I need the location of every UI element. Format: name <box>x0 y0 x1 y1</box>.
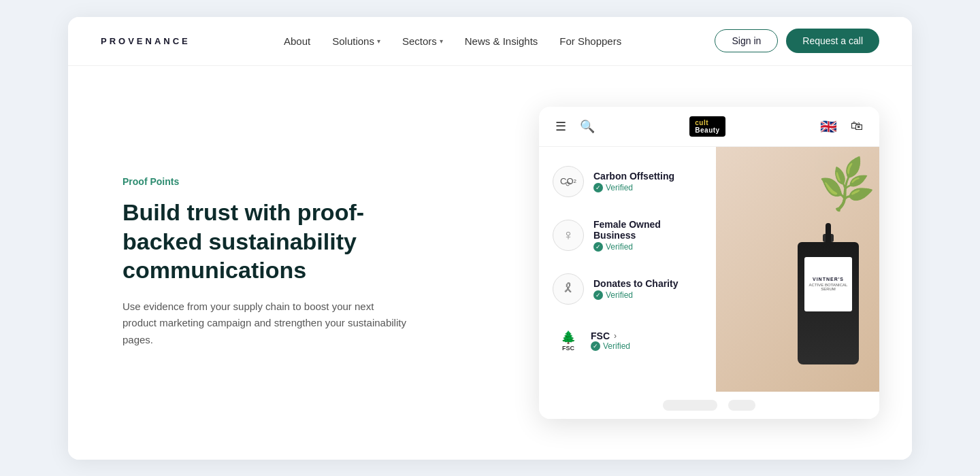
nav-link-sectors[interactable]: Sectors ▾ <box>402 35 443 47</box>
product-name: ACTIVE BOTANICAL SERUM <box>808 283 848 291</box>
mockup-bottom <box>539 392 879 419</box>
flag-icon: 🇬🇧 <box>820 118 837 135</box>
verified-badge-fsc: ✓ Verified <box>591 341 630 351</box>
mockup-topbar-right: 🇬🇧 🛍 <box>820 118 863 135</box>
proof-charity-text: Donates to Charity ✓ Verified <box>593 278 678 300</box>
proof-item-charity: 🎗 Donates to Charity ✓ Verified <box>539 265 716 313</box>
nav-link-solutions[interactable]: Solutions ▾ <box>332 35 380 47</box>
sign-in-button[interactable]: Sign in <box>715 29 778 52</box>
nav-links: About Solutions ▾ Sectors ▾ News & Insig… <box>284 35 621 47</box>
hero-content: Proof Points Build trust with proof-back… <box>122 176 408 349</box>
proof-carbon-text: Carbon Offsetting ✓ Verified <box>593 171 674 192</box>
mockup-content: CO2 ⟳ Carbon Offsetting ✓ Verified <box>539 147 879 392</box>
nav-link-shoppers[interactable]: For Shoppers <box>559 35 621 47</box>
fsc-text: FSC › ✓ Verified <box>591 330 630 351</box>
logo: PROVENANCE <box>101 36 191 46</box>
hero-description: Use evidence from your supply chain to b… <box>122 299 408 349</box>
hero-title: Build trust with proof-backed sustainabi… <box>122 198 408 285</box>
nav-item-sectors[interactable]: Sectors ▾ <box>402 35 443 47</box>
check-icon: ✓ <box>591 341 600 351</box>
proof-item-female: ♀ Female Owned Business ✓ Verified <box>539 211 716 260</box>
proof-item-carbon: CO2 ⟳ Carbon Offsetting ✓ Verified <box>539 158 716 205</box>
proof-item-fsc: 🌲 FSC FSC › ✓ Verified <box>539 318 716 363</box>
nav-link-about[interactable]: About <box>284 35 310 47</box>
chevron-down-icon: ▾ <box>440 37 443 45</box>
cult-beauty-logo: cultBeauty <box>689 116 725 137</box>
check-icon: ✓ <box>593 183 603 192</box>
navigation: PROVENANCE About Solutions ▾ Sectors ▾ <box>68 17 912 66</box>
dropper <box>826 223 831 243</box>
verified-badge-carbon: ✓ Verified <box>593 183 674 192</box>
proof-points-label: Proof Points <box>122 176 408 187</box>
co2-icon: CO2 ⟳ <box>553 166 584 197</box>
verified-badge-female: ✓ Verified <box>593 242 702 252</box>
female-icon: ♀ <box>553 220 584 251</box>
brand-name: VINTNER'S <box>813 277 844 282</box>
leaf-decoration: 🌿 <box>815 153 879 216</box>
proof-panel: CO2 ⟳ Carbon Offsetting ✓ Verified <box>539 147 716 392</box>
fsc-title-row: FSC › <box>591 330 630 341</box>
nav-item-shoppers[interactable]: For Shoppers <box>559 35 621 47</box>
product-area: 🌿 VINTNER'S ACTIVE BOTANICAL SERUM ADD T… <box>716 147 879 392</box>
page-wrapper: PROVENANCE About Solutions ▾ Sectors ▾ <box>68 17 912 460</box>
proof-female-text: Female Owned Business ✓ Verified <box>593 219 702 252</box>
bottom-pill-2 <box>728 400 755 411</box>
check-icon: ✓ <box>593 242 603 252</box>
product-bottle: VINTNER'S ACTIVE BOTANICAL SERUM <box>798 242 859 364</box>
hero-section: Proof Points Build trust with proof-back… <box>68 66 912 460</box>
nav-item-solutions[interactable]: Solutions ▾ <box>332 35 380 47</box>
mockup-topbar: ☰ 🔍 cultBeauty 🇬🇧 🛍 <box>539 107 879 147</box>
nav-link-news[interactable]: News & Insights <box>465 35 538 47</box>
mockup-container: ☰ 🔍 cultBeauty 🇬🇧 🛍 <box>539 107 879 419</box>
verified-badge-charity: ✓ Verified <box>593 290 678 300</box>
chevron-down-icon: ▾ <box>377 37 380 45</box>
bottom-pill-1 <box>663 400 717 411</box>
fsc-arrow-icon[interactable]: › <box>614 331 617 341</box>
request-call-button[interactable]: Request a call <box>786 29 879 53</box>
hero-mockup-area: ☰ 🔍 cultBeauty 🇬🇧 🛍 <box>449 107 879 419</box>
mockup-topbar-left: ☰ 🔍 <box>555 119 595 134</box>
search-icon[interactable]: 🔍 <box>580 119 595 134</box>
charity-icon: 🎗 <box>553 273 584 305</box>
bag-icon[interactable]: 🛍 <box>851 119 863 133</box>
fsc-icon: 🌲 FSC <box>553 325 584 356</box>
nav-item-news[interactable]: News & Insights <box>465 35 538 47</box>
hamburger-icon[interactable]: ☰ <box>555 119 566 134</box>
nav-actions: Sign in Request a call <box>715 29 879 53</box>
nav-item-about[interactable]: About <box>284 35 310 47</box>
check-icon: ✓ <box>593 290 603 300</box>
bottle-label: VINTNER'S ACTIVE BOTANICAL SERUM <box>804 257 852 311</box>
